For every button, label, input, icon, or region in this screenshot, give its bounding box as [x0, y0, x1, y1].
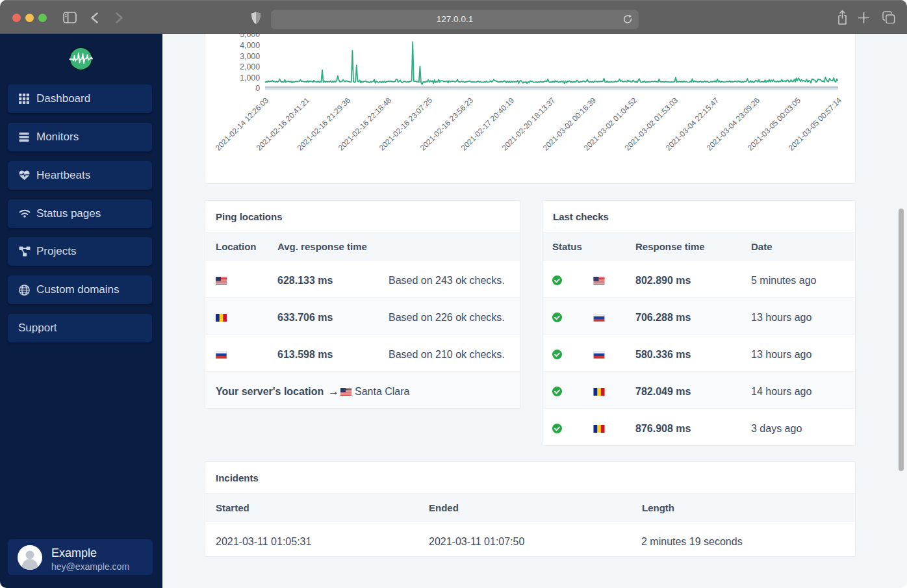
svg-text:3,000: 3,000: [240, 52, 260, 61]
svg-text:2,000: 2,000: [240, 62, 260, 71]
svg-text:0: 0: [255, 84, 260, 93]
svg-text:4,000: 4,000: [240, 41, 260, 50]
svg-text:1,000: 1,000: [240, 73, 260, 83]
